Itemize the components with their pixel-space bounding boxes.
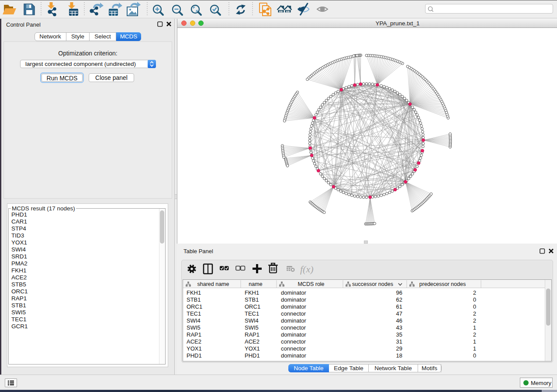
svg-text:f(x): f(x) (300, 264, 314, 275)
